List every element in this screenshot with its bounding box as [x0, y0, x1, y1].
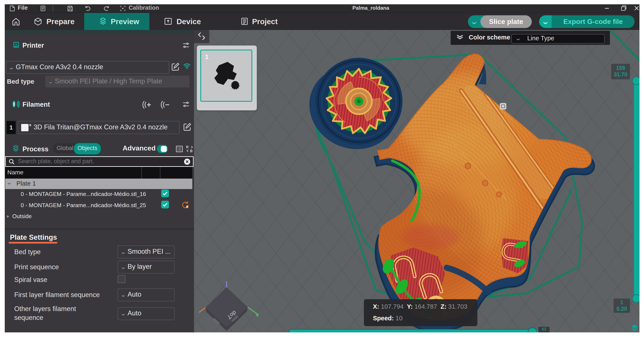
svg-text:R: R: [186, 145, 188, 149]
svg-text:B: B: [190, 149, 192, 153]
